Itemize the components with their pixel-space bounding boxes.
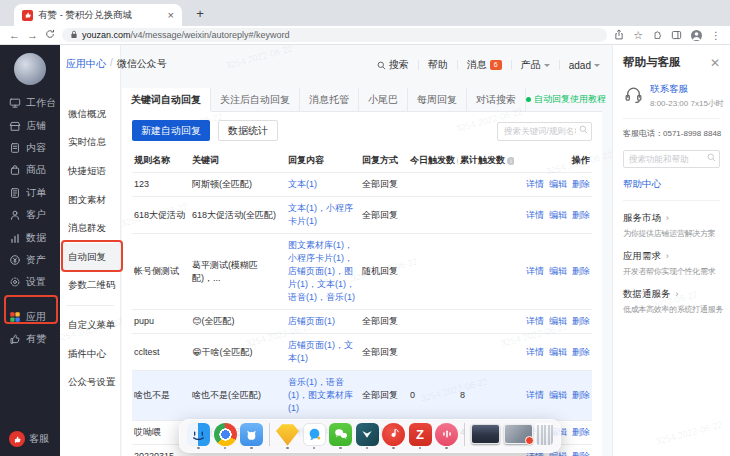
subnav-item-自定义菜单[interactable]: 自定义菜单 [60,311,120,340]
new-tab-button[interactable]: + [192,6,208,22]
forward-icon[interactable]: → [27,30,38,41]
tab-close-icon[interactable]: × [168,10,174,21]
edit-link[interactable]: 编辑 [549,347,567,357]
store-avatar[interactable] [14,53,46,85]
reply-content-link[interactable]: 文本(1) [288,179,317,189]
dock-z-app-icon[interactable]: Z [409,423,432,450]
edit-link[interactable]: 编辑 [549,266,567,276]
tab-每周回复[interactable]: 每周回复 [408,88,467,111]
edit-link[interactable]: 编辑 [549,179,567,189]
keyword-search-input[interactable] [497,122,592,141]
delete-link[interactable]: 删除 [572,179,590,189]
reload-icon[interactable] [45,29,55,41]
dock-pink-voice-app-icon[interactable] [435,423,458,450]
delete-link[interactable]: 删除 [572,451,590,456]
address-bar[interactable]: youzan.com/v4/message/weixin/autoreply#/… [62,28,607,42]
help-center-link[interactable]: 帮助中心 [623,178,720,191]
dock-netease-cloud-music-icon[interactable] [382,423,405,450]
dock-screenshot-thumbnail-2-icon[interactable] [504,424,533,448]
contact-support-link[interactable]: 联系客服 [650,83,724,96]
delete-link[interactable]: 删除 [572,390,590,400]
statistics-button[interactable]: 数据统计 [218,120,278,141]
help-menu-item[interactable]: 帮助 [428,58,448,72]
help-section-link[interactable]: 应用需求 › [623,250,720,263]
dock-chrome-icon[interactable] [214,423,237,450]
detail-link[interactable]: 详情 [526,266,544,276]
back-icon[interactable]: ← [9,30,20,41]
subnav-item-active自动回复[interactable]: 自动回复 [60,243,120,272]
dock-finder-icon[interactable] [187,423,210,450]
subnav-item-消息群发[interactable]: 消息群发 [60,214,120,243]
detail-link[interactable]: 详情 [526,347,544,357]
detail-link[interactable]: 详情 [526,179,544,189]
extensions-icon[interactable] [652,26,662,44]
global-search-button[interactable]: 搜索 [377,58,409,72]
dock-sketch-icon[interactable] [276,423,299,450]
chevron-down-icon [594,64,600,67]
side-panel-icon[interactable] [671,26,682,44]
delete-link[interactable]: 删除 [572,316,590,326]
support-button[interactable]: 客服 [9,431,49,447]
new-autoreply-button[interactable]: 新建自动回复 [132,120,210,141]
reply-content-link[interactable]: 文本(1)，小程序卡片(1) [288,203,353,226]
tab-关注后自动回复[interactable]: 关注后自动回复 [211,88,300,111]
delete-link[interactable]: 删除 [572,266,590,276]
breadcrumb-parent[interactable]: 应用中心 [66,57,106,71]
tab-对话搜索[interactable]: 对话搜索 [467,88,526,111]
reply-content-link[interactable]: 音乐(1)，语音(1)，图文素材库(1) [288,377,353,413]
subnav-item-实时信息[interactable]: 实时信息 [60,129,120,158]
help-search-input[interactable] [623,150,720,168]
sidebar-item-settings[interactable]: 设置 [0,271,60,293]
subnav-item-快捷短语[interactable]: 快捷短语 [60,157,120,186]
tab-小尾巴[interactable]: 小尾巴 [359,88,408,111]
dock-teal-docs-app-icon[interactable] [356,423,379,450]
today-count-cell [408,197,458,234]
help-section-link[interactable]: 数据通服务 › [623,288,720,301]
tab-消息托管[interactable]: 消息托管 [300,88,359,111]
sidebar-item-workbench[interactable]: 工作台 [0,92,60,114]
sidebar-item-data[interactable]: 数据 [0,226,60,248]
reply-content-link[interactable]: 店铺页面(1) [288,316,335,326]
dock-screenshot-thumbnail-1-icon[interactable] [471,424,500,448]
sidebar-item-goods[interactable]: 商品 [0,159,60,181]
sidebar-item-shop[interactable]: 店铺 [0,114,60,136]
tab-关键词自动回复[interactable]: 关键词自动回复 [122,88,211,111]
delete-link[interactable]: 删除 [572,427,590,437]
subnav-item-参数二维码[interactable]: 参数二维码 [60,272,120,301]
help-section-link[interactable]: 服务市场 › [623,212,720,225]
messages-menu-item[interactable]: 消息 6 [467,58,502,72]
delete-link[interactable]: 删除 [572,210,590,220]
dock-messages-app-icon[interactable] [303,423,326,450]
reply-content-link[interactable]: 店铺页面(1)，文本(1) [288,340,353,363]
dock-blue-cat-app-icon[interactable] [240,423,263,450]
detail-link[interactable]: 详情 [526,210,544,220]
close-icon[interactable]: ✕ [710,57,720,69]
edit-link[interactable]: 编辑 [549,390,567,400]
share-icon[interactable] [614,26,624,44]
browser-profile-avatar[interactable] [691,30,702,41]
account-menu-item[interactable]: adad [569,60,600,71]
subnav-item-公众号设置[interactable]: 公众号设置 [60,368,120,397]
detail-link[interactable]: 详情 [526,316,544,326]
sidebar-item-assets[interactable]: 资产 [0,249,60,271]
browser-menu-icon[interactable]: ⋮ [711,30,721,41]
delete-link[interactable]: 删除 [572,347,590,357]
subnav-item-插件中心[interactable]: 插件中心 [60,340,120,369]
bookmark-star-icon[interactable]: ☆ [633,29,643,42]
detail-link[interactable]: 详情 [526,390,544,400]
reply-content-link[interactable]: 图文素材库(1)，小程序卡片(1)，店铺页面(1)，图片(1)，文本(1)，语音… [288,240,355,302]
sidebar-item-customers[interactable]: 客户 [0,204,60,226]
subnav-item-图文素材[interactable]: 图文素材 [60,186,120,215]
sidebar-item-orders[interactable]: 订单 [0,182,60,204]
edit-link[interactable]: 编辑 [549,210,567,220]
sidebar-item-content[interactable]: 内容 [0,137,60,159]
browser-tab[interactable]: 有赞 - 赞积分兑换商城 × [14,4,182,26]
dock-trash-icon[interactable] [536,423,553,449]
sidebar-item-youzan[interactable]: 有赞 [0,328,60,350]
edit-link[interactable]: 编辑 [549,316,567,326]
sidebar-item-apps[interactable]: 应用 [0,306,60,328]
dock-wechat-icon[interactable] [329,423,352,450]
subnav-item-微信概况[interactable]: 微信概况 [60,100,120,129]
product-menu-item[interactable]: 产品 [521,58,550,72]
tutorial-link[interactable]: 自动回复使用教程 [526,88,614,111]
